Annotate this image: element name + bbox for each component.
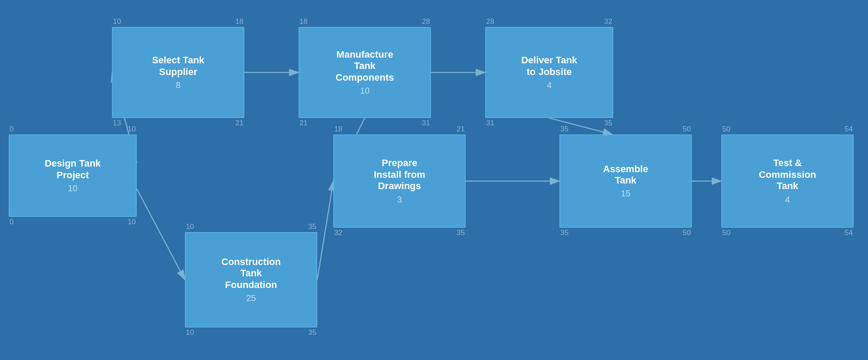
corner-tr-construction: 35 [308, 223, 316, 231]
corner-bl-test: 50 [722, 229, 730, 237]
node-duration-design-tank: 10 [68, 183, 77, 193]
corner-br-deliver: 35 [604, 119, 612, 128]
node-title-manufacture: Manufacture Tank Components [335, 49, 394, 83]
corner-tr-assemble: 50 [683, 125, 691, 134]
node-deliver[interactable]: Deliver Tank to Jobsite428323135 [485, 27, 613, 118]
node-construction[interactable]: Construction Tank Foundation2510351035 [185, 232, 317, 327]
node-title-prepare: Prepare Install from Drawings [374, 157, 425, 192]
corner-tl-manufacture: 18 [299, 17, 308, 26]
node-title-select-tank: Select Tank Supplier [152, 55, 204, 78]
corner-tr-select-tank: 18 [235, 17, 243, 26]
node-prepare[interactable]: Prepare Install from Drawings318213235 [333, 134, 466, 228]
corner-br-assemble: 50 [683, 229, 691, 237]
node-wrapper-prepare: Prepare Install from Drawings318213235 [333, 134, 466, 228]
node-wrapper-design-tank: Design Tank Project10010010 [9, 134, 137, 217]
corner-tr-design-tank: 10 [128, 125, 136, 134]
node-duration-prepare: 3 [397, 195, 402, 205]
node-wrapper-deliver: Deliver Tank to Jobsite428323135 [485, 27, 613, 118]
corner-tl-select-tank: 10 [113, 17, 121, 26]
corner-br-construction: 35 [308, 328, 316, 337]
node-design-tank[interactable]: Design Tank Project10010010 [9, 134, 137, 217]
node-title-deliver: Deliver Tank to Jobsite [521, 55, 577, 78]
corner-br-manufacture: 31 [422, 119, 430, 128]
corner-bl-construction: 10 [186, 328, 194, 337]
node-title-assemble: Assemble Tank [603, 164, 648, 187]
node-title-design-tank: Design Tank Project [45, 158, 101, 181]
node-duration-manufacture: 10 [360, 86, 369, 96]
corner-tl-prepare: 18 [334, 125, 342, 134]
node-select-tank[interactable]: Select Tank Supplier810181321 [112, 27, 244, 118]
node-test[interactable]: Test & Commission Tank450545054 [721, 134, 854, 228]
corner-bl-prepare: 32 [334, 229, 342, 237]
corner-tl-construction: 10 [186, 223, 194, 231]
corner-tl-design-tank: 0 [10, 125, 13, 134]
corner-br-test: 54 [845, 229, 853, 237]
corner-bl-deliver: 31 [486, 119, 494, 128]
node-duration-test: 4 [785, 195, 790, 205]
corner-tr-prepare: 21 [457, 125, 465, 134]
node-duration-construction: 25 [246, 293, 256, 303]
corner-tr-manufacture: 28 [422, 17, 430, 26]
corner-br-prepare: 35 [457, 229, 465, 237]
arrow [549, 118, 613, 134]
corner-tl-test: 50 [722, 125, 730, 134]
corner-br-design-tank: 10 [128, 218, 136, 226]
diagram-container: Design Tank Project10010010Select Tank S… [0, 0, 868, 360]
node-wrapper-test: Test & Commission Tank450545054 [721, 134, 854, 228]
corner-tl-deliver: 28 [486, 17, 494, 26]
node-duration-select-tank: 8 [176, 80, 181, 90]
node-wrapper-select-tank: Select Tank Supplier810181321 [112, 27, 244, 118]
node-duration-assemble: 15 [621, 189, 630, 199]
node-duration-deliver: 4 [547, 80, 552, 90]
corner-tr-test: 54 [845, 125, 853, 134]
node-manufacture[interactable]: Manufacture Tank Components1018282131 [299, 27, 431, 118]
node-title-construction: Construction Tank Foundation [221, 256, 281, 291]
corner-bl-assemble: 35 [560, 229, 569, 237]
node-wrapper-manufacture: Manufacture Tank Components1018282131 [299, 27, 431, 118]
corner-tr-deliver: 32 [604, 17, 612, 26]
node-title-test: Test & Commission Tank [759, 157, 816, 192]
corner-br-select-tank: 21 [235, 119, 243, 128]
corner-bl-select-tank: 13 [113, 119, 121, 128]
arrow [137, 189, 185, 280]
node-assemble[interactable]: Assemble Tank1535503550 [559, 134, 692, 228]
arrow [317, 181, 333, 280]
corner-bl-manufacture: 21 [299, 119, 308, 128]
corner-bl-design-tank: 0 [10, 218, 13, 226]
node-wrapper-construction: Construction Tank Foundation2510351035 [185, 232, 317, 327]
corner-tl-assemble: 35 [560, 125, 569, 134]
node-wrapper-assemble: Assemble Tank1535503550 [559, 134, 692, 228]
